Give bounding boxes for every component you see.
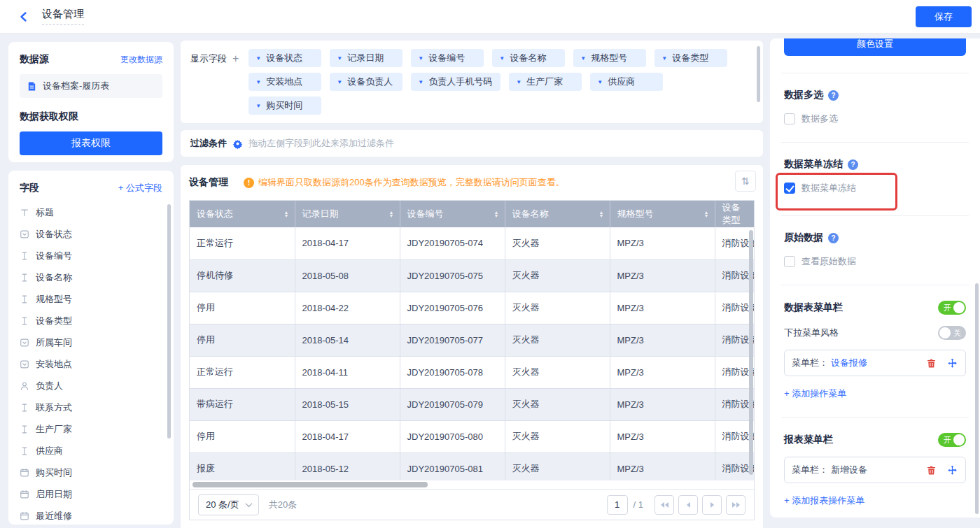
menu-freeze-checkbox[interactable]: 数据菜单冻结 (784, 182, 856, 194)
table-row[interactable]: 停用2018-05-14JDY20190705-077灭火器MPZ/3消防设备 (190, 324, 754, 356)
column-header[interactable]: 记录日期▲▼ (295, 201, 400, 227)
sort-arrows-icon[interactable]: ▲▼ (284, 211, 289, 217)
display-field-chip[interactable]: ▼购买时间 (248, 97, 321, 115)
help-icon[interactable]: ? (828, 90, 839, 101)
prev-page-button[interactable] (678, 495, 698, 515)
sort-arrows-icon[interactable]: ▲▼ (599, 211, 604, 217)
page-total: / 1 (634, 499, 643, 510)
add-display-field-button[interactable]: + (232, 52, 239, 65)
move-menu-button[interactable] (946, 357, 958, 369)
chevron-down-icon (245, 500, 252, 507)
gear-icon[interactable] (232, 138, 243, 149)
horizontal-scrollbar[interactable] (192, 482, 428, 487)
menu-item-name[interactable]: 新增设备 (831, 464, 867, 476)
add-report-action-menu-link[interactable]: + 添加报表操作菜单 (784, 494, 864, 507)
chevron-down-icon: ▼ (418, 79, 424, 85)
field-item-text[interactable]: 设备编号 (20, 245, 174, 266)
report-permission-button[interactable]: 报表权限 (20, 131, 162, 155)
table-row[interactable]: 停机待修2018-05-08JDY20190705-075灭火器MPZ/3消防设… (190, 259, 754, 292)
display-field-chip[interactable]: ▼设备负责人 (330, 73, 402, 91)
change-datasource-link[interactable]: 更改数据源 (120, 54, 162, 66)
main-panel: 显示字段 + ▼设备状态 ▼记录日期 ▼设备编号 ▼设备名称 ▼规格型号 ▼设备… (181, 41, 763, 528)
table-sort-button[interactable]: ⇅ (735, 171, 756, 192)
field-list: 标题 设备状态 设备编号 设备名称 规格型号 设备类型 (20, 201, 174, 525)
column-header[interactable]: 设备编号▲▼ (400, 201, 505, 227)
checkbox-checked[interactable] (784, 183, 795, 194)
field-item-select[interactable]: 所属车间 (20, 331, 174, 353)
report-menu-toggle[interactable]: 开 (938, 433, 966, 447)
dropdown-style-toggle[interactable]: 关 (938, 326, 966, 340)
checkbox-unchecked[interactable] (784, 256, 795, 267)
field-item-select[interactable]: 安装地点 (20, 353, 174, 375)
page-size-select[interactable]: 20 条/页 (198, 494, 259, 515)
top-bar: 设备管理 保存 (0, 0, 980, 34)
datasource-item[interactable]: 设备档案-履历表 (20, 74, 162, 98)
warning-icon: ! (244, 178, 254, 188)
save-button[interactable]: 保存 (916, 6, 972, 27)
raw-data-checkbox[interactable]: 查看原始数据 (784, 255, 856, 268)
sort-arrows-icon[interactable]: ▲▼ (389, 211, 394, 217)
menu-item-name[interactable]: 设备报修 (831, 357, 867, 369)
field-item-text[interactable]: 设备类型 (20, 310, 174, 331)
delete-menu-button[interactable] (925, 357, 937, 369)
menu-item[interactable]: 菜单栏： 新增设备 (784, 457, 966, 483)
multi-select-checkbox[interactable]: 数据多选 (784, 113, 838, 125)
field-item-text[interactable]: 设备名称 (20, 266, 174, 288)
field-item-select[interactable]: 设备状态 (20, 223, 174, 245)
table-menu-toggle[interactable]: 开 (938, 301, 966, 315)
table-row[interactable]: 带病运行2018-05-15JDY20190705-079灭火器MPZ/3消防设… (190, 388, 754, 420)
next-page-button[interactable] (702, 495, 722, 515)
field-item-text[interactable]: 规格型号 (20, 288, 174, 310)
chevron-down-icon: ▼ (337, 79, 342, 85)
field-item-text[interactable]: 联系方式 (20, 397, 174, 418)
field-item-date[interactable]: 最近维修 (20, 505, 174, 525)
display-field-chip[interactable]: ▼规格型号 (573, 49, 646, 67)
help-icon[interactable]: ? (848, 159, 858, 170)
text-field-icon (20, 273, 29, 283)
move-menu-button[interactable] (946, 464, 958, 476)
display-field-chip[interactable]: ▼设备类型 (654, 49, 727, 67)
multi-select-title: 数据多选 (784, 89, 823, 101)
table-row[interactable]: 正常运行2018-04-17JDY20190705-074灭火器MPZ/3消防设… (190, 227, 754, 259)
help-icon[interactable]: ? (828, 233, 839, 243)
column-header[interactable]: 设备名称▲▼ (505, 201, 610, 227)
delete-menu-button[interactable] (925, 464, 937, 476)
field-item-date[interactable]: 购买时间 (20, 462, 174, 483)
last-page-button[interactable] (726, 495, 746, 515)
column-header[interactable]: 设备类型 (715, 201, 754, 227)
scrollbar[interactable] (167, 204, 171, 438)
display-field-chip[interactable]: ▼设备名称 (492, 49, 565, 67)
menu-item[interactable]: 菜单栏： 设备报修 (784, 350, 966, 376)
display-field-chip[interactable]: ▼安装地点 (248, 73, 321, 91)
display-field-chip[interactable]: ▼生产厂家 (509, 73, 582, 91)
field-item-title[interactable]: 标题 (20, 201, 174, 223)
scrollbar[interactable] (757, 46, 760, 102)
add-formula-field-link[interactable]: + 公式字段 (118, 182, 162, 194)
sort-arrows-icon[interactable]: ▲▼ (704, 211, 709, 217)
filter-card[interactable]: 过滤条件 拖动左侧字段到此处来添加过滤条件 (181, 130, 763, 157)
page-number-input[interactable]: 1 (607, 495, 628, 515)
display-field-chip[interactable]: ▼负责人手机号码 (411, 73, 500, 91)
field-item-date[interactable]: 启用日期 (20, 483, 174, 505)
field-item-user[interactable]: 负责人 (20, 375, 174, 397)
sort-arrows-icon[interactable]: ▲▼ (494, 211, 499, 217)
checkbox-unchecked[interactable] (784, 113, 795, 124)
table-row[interactable]: 正常运行2018-04-11JDY20190705-078灭火器MPZ/3消防设… (190, 356, 754, 388)
back-button[interactable] (15, 8, 32, 25)
scrollbar[interactable] (749, 230, 753, 475)
table-row[interactable]: 停用2018-04-22JDY20190705-076灭火器MPZ/3消防设备 (190, 292, 754, 324)
display-field-chip[interactable]: ▼设备状态 (248, 49, 321, 67)
table-row[interactable]: 停用2018-04-17JDY20190705-080灭火器MPZ/3消防设备 (190, 420, 754, 452)
first-page-button[interactable] (654, 495, 674, 515)
field-item-text[interactable]: 供应商 (20, 440, 174, 462)
field-item-text[interactable]: 生产厂家 (20, 418, 174, 440)
add-action-menu-link[interactable]: + 添加操作菜单 (784, 387, 846, 400)
display-field-chip[interactable]: ▼设备编号 (411, 49, 484, 67)
color-settings-button[interactable]: 颜色设置 (784, 38, 966, 56)
column-header[interactable]: 规格型号▲▼ (610, 201, 715, 227)
display-field-chip[interactable]: ▼供应商 (590, 73, 663, 91)
table-row[interactable]: 报废2018-05-12JDY20190705-081灭火器MPZ/3消防设备 (190, 452, 754, 480)
scrollbar[interactable] (975, 283, 979, 514)
column-header[interactable]: 设备状态▲▼ (190, 201, 295, 227)
display-field-chip[interactable]: ▼记录日期 (330, 49, 402, 67)
